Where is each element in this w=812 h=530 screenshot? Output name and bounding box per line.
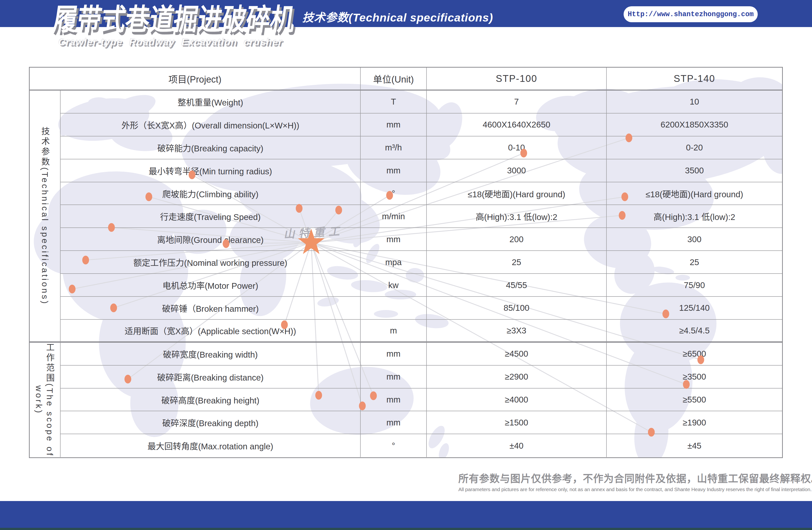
row-unit: mpa — [361, 251, 427, 274]
col-header-stp100: STP-100 — [427, 68, 607, 90]
row-item-label: 破碎锤（Broken hammer) — [60, 297, 361, 320]
spec-table: 项目(Project)单位(Unit)STP-100STP-140技术参数(Te… — [29, 67, 783, 458]
row-item-label: 电机总功率(Motor Power) — [60, 274, 361, 297]
row-value-stp140: 高(High):3.1 低(low):2 — [607, 205, 782, 228]
row-value-stp140: ≥6500 — [607, 343, 782, 365]
row-value-stp140: 75/90 — [607, 274, 782, 297]
row-unit: mm — [361, 343, 427, 365]
row-value-stp100: 85/100 — [427, 297, 607, 320]
row-item-label: 最小转弯半径(Min turning radius) — [60, 159, 361, 182]
row-item-label: 外形（长X宽X高）(Overall dimension(L×W×H)) — [60, 113, 361, 136]
disclaimer-chinese: 所有参数与图片仅供参考，不作为合同附件及依据，山特重工保留最终解释权。 — [458, 470, 796, 485]
row-unit: mm — [361, 411, 427, 434]
row-value-stp140: 10 — [607, 90, 782, 113]
row-unit: mm — [361, 159, 427, 182]
row-unit: m — [361, 320, 427, 343]
row-item-label: 爬坡能力(Climbing ability) — [60, 182, 361, 205]
row-value-stp100: 200 — [427, 228, 607, 251]
row-value-stp100: 7 — [427, 90, 607, 113]
row-value-stp100: ≥1500 — [427, 411, 607, 434]
row-unit: m/min — [361, 205, 427, 228]
row-value-stp140: ≥4.5/4.5 — [607, 320, 782, 343]
row-value-stp140: ≤18(硬地面)(Hard ground) — [607, 182, 782, 205]
row-unit: mm — [361, 365, 427, 389]
bottom-footer-bar — [0, 501, 812, 530]
row-value-stp100: 高(High):3.1 低(low):2 — [427, 205, 607, 228]
col-header-unit: 单位(Unit) — [361, 68, 427, 90]
row-value-stp100: ≥4000 — [427, 389, 607, 412]
row-item-label: 离地间隙(Ground clearance) — [60, 228, 361, 251]
website-url-pill[interactable]: Http://www.shantezhonggong.com — [624, 6, 758, 22]
section-label-scope-of-work: 工作范围(The scope of work) — [30, 343, 60, 457]
row-item-label: 额定工作压力(Nominal working pressure) — [60, 251, 361, 274]
row-unit: mm — [361, 389, 427, 412]
row-item-label: 破碎宽度(Breaking width) — [60, 343, 361, 365]
row-item-label: 最大回转角度(Max.rotation angle) — [60, 434, 361, 457]
row-value-stp100: ≥3X3 — [427, 320, 607, 343]
row-value-stp140: ≥5500 — [607, 389, 782, 412]
row-item-label: 整机重量(Weight) — [60, 90, 361, 113]
section-heading: 技术参数(Technical specifications) — [302, 8, 493, 25]
section-label-technical-specs: 技术参数(Technical specifications) — [30, 90, 60, 343]
row-value-stp140: 0-20 — [607, 136, 782, 159]
row-unit: mm — [361, 228, 427, 251]
row-item-label: 适用断面（宽X高）(Applicable section(W×H)) — [60, 320, 361, 343]
row-value-stp100: ≥4500 — [427, 343, 607, 365]
row-unit: T — [361, 90, 427, 113]
row-unit: kw — [361, 274, 427, 297]
vertical-section-label: 技术参数(Technical specifications) — [39, 127, 51, 305]
row-value-stp100: ≥2900 — [427, 365, 607, 389]
row-unit — [361, 297, 427, 320]
disclaimer: 所有参数与图片仅供参考，不作为合同附件及依据，山特重工保留最终解释权。 All … — [458, 470, 796, 492]
row-value-stp140: ≥3500 — [607, 365, 782, 389]
row-item-label: 破碎距离(Breaking distance) — [60, 365, 361, 389]
disclaimer-english: All parameters and pictures are for refe… — [458, 487, 796, 492]
row-value-stp140: ≥1900 — [607, 411, 782, 434]
row-value-stp140: 300 — [607, 228, 782, 251]
row-item-label: 破碎深度(Breaking depth) — [60, 411, 361, 434]
row-value-stp140: 6200X1850X3350 — [607, 113, 782, 136]
vertical-section-label: 工作范围(The scope of work) — [34, 343, 56, 457]
row-value-stp100: 45/55 — [427, 274, 607, 297]
row-value-stp100: ±40 — [427, 434, 607, 457]
row-value-stp100: 4600X1640X2650 — [427, 113, 607, 136]
row-value-stp100: 3000 — [427, 159, 607, 182]
col-header-stp140: STP-140 — [607, 68, 782, 90]
row-unit: m³/h — [361, 136, 427, 159]
row-value-stp140: 25 — [607, 251, 782, 274]
website-url[interactable]: Http://www.shantezhonggong.com — [628, 10, 754, 18]
row-unit: ° — [361, 434, 427, 457]
row-value-stp140: ±45 — [607, 434, 782, 457]
row-unit: mm — [361, 113, 427, 136]
row-unit: ° — [361, 182, 427, 205]
spec-sheet-page: 技术参数(Technical specifications) Http://ww… — [0, 0, 812, 530]
product-title-english: Crawler-type Roadway Excavation crusher — [58, 37, 282, 47]
row-item-label: 破碎能力(Breaking capacity) — [60, 136, 361, 159]
product-title-chinese: 履带式巷道掘进破碎机 — [50, 0, 297, 38]
row-item-label: 行走速度(Traveling Speed) — [60, 205, 361, 228]
row-value-stp140: 125/140 — [607, 297, 782, 320]
row-item-label: 破碎高度(Breaking height) — [60, 389, 361, 412]
row-value-stp140: 3500 — [607, 159, 782, 182]
row-value-stp100: 0-10 — [427, 136, 607, 159]
row-value-stp100: 25 — [427, 251, 607, 274]
row-value-stp100: ≤18(硬地面)(Hard ground) — [427, 182, 607, 205]
col-header-project: 项目(Project) — [30, 68, 361, 90]
